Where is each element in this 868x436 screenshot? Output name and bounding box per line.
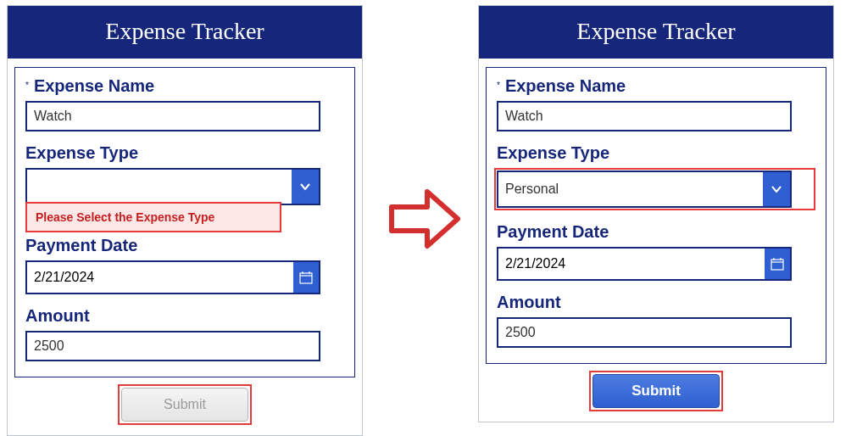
expense-tracker-panel-after: Expense Tracker * Expense Name Expense T… <box>478 5 834 422</box>
expense-tracker-panel-before: Expense Tracker * Expense Name Expense T… <box>7 5 363 436</box>
amount-input[interactable] <box>25 331 320 361</box>
amount-label: Amount <box>497 293 561 312</box>
payment-date-label: Payment Date <box>497 222 609 242</box>
calendar-icon[interactable] <box>765 249 790 279</box>
chevron-down-icon[interactable] <box>292 170 319 204</box>
expense-form: * Expense Name Expense Type Please Selec… <box>14 67 355 377</box>
expense-type-value: Personal <box>498 172 763 206</box>
expense-name-input[interactable] <box>497 101 792 131</box>
payment-date-input[interactable]: 2/21/2024 <box>25 260 320 294</box>
panel-title: Expense Tracker <box>8 6 362 59</box>
amount-label: Amount <box>25 306 90 326</box>
expense-type-error: Please Select the Expense Type <box>25 202 281 232</box>
svg-rect-4 <box>771 260 783 270</box>
payment-date-value: 2/21/2024 <box>498 249 765 279</box>
panel-title: Expense Tracker <box>479 6 833 59</box>
payment-date-input[interactable]: 2/21/2024 <box>497 247 792 281</box>
arrow-right-icon <box>385 178 466 260</box>
expense-name-input[interactable] <box>25 101 320 131</box>
expense-form: * Expense Name Expense Type Personal Pay… <box>486 67 826 364</box>
payment-date-label: Payment Date <box>25 236 137 255</box>
required-star-icon: * <box>497 76 500 95</box>
expense-name-label: Expense Name <box>34 76 154 96</box>
highlight-box: Submit <box>118 384 252 425</box>
calendar-icon[interactable] <box>293 262 319 293</box>
expense-type-label: Expense Type <box>25 143 138 163</box>
expense-type-value <box>27 170 292 204</box>
chevron-down-icon[interactable] <box>763 172 790 206</box>
expense-type-label: Expense Type <box>497 143 609 163</box>
expense-type-select[interactable]: Personal <box>497 170 792 208</box>
highlight-box: Submit <box>589 371 723 411</box>
payment-date-value: 2/21/2024 <box>27 262 293 293</box>
submit-button: Submit <box>121 388 248 422</box>
required-star-icon: * <box>25 76 29 95</box>
svg-rect-0 <box>300 273 312 283</box>
highlight-box: Personal <box>494 168 815 210</box>
expense-name-label: Expense Name <box>505 76 626 96</box>
amount-input[interactable] <box>497 317 792 348</box>
submit-button[interactable]: Submit <box>593 374 720 408</box>
expense-type-select[interactable] <box>25 168 320 205</box>
